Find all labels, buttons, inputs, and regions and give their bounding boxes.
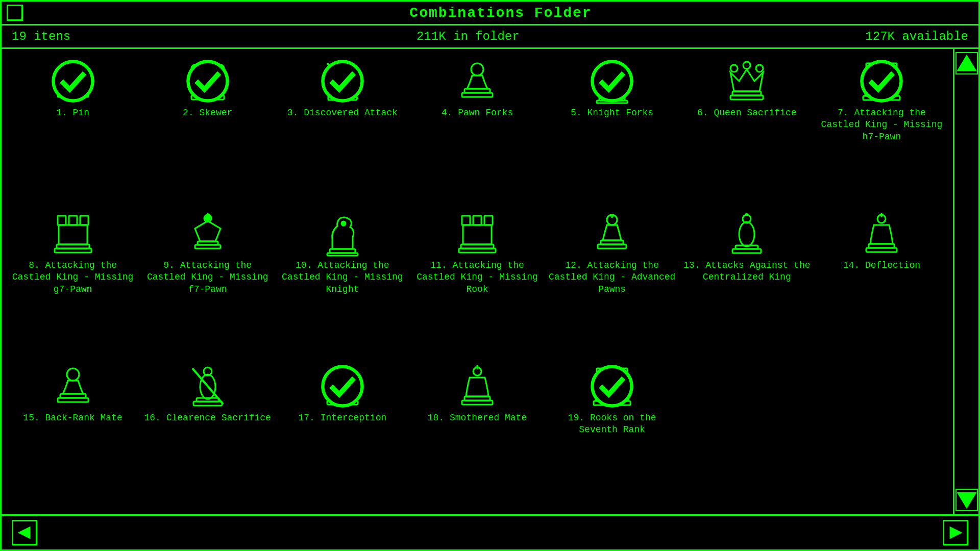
item-3[interactable]: 3. Discovered Attack [276,54,408,204]
bottom-bar [2,514,978,549]
item-5[interactable]: 5. Knight Forks [546,54,678,204]
folder-size: 211K in folder [416,30,520,43]
item-icon-5 [589,58,635,104]
item-icon-17 [320,363,365,409]
item-11[interactable]: 11. Attacking the Castled King - Missing… [411,207,543,357]
item-label-7: 7. Attacking the Castled King - Missing … [818,107,946,143]
title-bar: Combinations Folder [2,2,978,26]
item-label-13: 13. Attacks Against the Centralized King [683,260,811,284]
main-window: Combinations Folder 19 itens 211K in fol… [0,0,980,551]
item-1[interactable]: 1. Pin [7,54,139,204]
scroll-up-button[interactable] [955,52,978,74]
status-bar: 19 itens 211K in folder 127K available [2,26,978,49]
item-icon-19 [589,363,635,409]
svg-rect-43 [195,245,220,248]
svg-rect-53 [463,225,492,244]
forward-button[interactable] [943,520,968,545]
item-7[interactable]: 7. Attacking the Castled King - Missing … [816,54,948,204]
item-icon-13 [724,211,770,257]
svg-rect-78 [193,402,222,406]
item-12[interactable]: 12. Attacking the Castled King - Advance… [546,207,678,357]
svg-rect-52 [484,216,493,225]
item-9[interactable]: 9. Attacking the Castled King - Missing … [141,207,274,357]
item-label-19: 19. Rooks on the Seventh Rank [548,412,676,436]
svg-rect-27 [730,95,763,99]
svg-point-49 [341,221,346,226]
item-10[interactable]: 10. Attacking the Castled King - Missing… [276,207,408,357]
item-icon-14 [859,211,904,257]
svg-rect-38 [59,225,87,244]
svg-rect-55 [459,248,496,253]
item-icon-16 [185,363,231,409]
svg-rect-50 [462,216,470,225]
item-icon-8 [50,211,96,257]
svg-point-34 [862,61,901,101]
item-label-4: 4. Pawn Forks [442,107,513,119]
svg-point-44 [206,216,210,220]
svg-marker-100 [19,528,30,538]
item-label-18: 18. Smothered Mate [428,412,527,424]
item-icon-9 [185,211,231,257]
item-4[interactable]: 4. Pawn Forks [411,54,543,204]
svg-marker-98 [959,57,975,70]
svg-point-3 [53,61,92,101]
scroll-down-button[interactable] [955,489,978,511]
available-space: 127K available [865,30,968,43]
svg-point-16 [471,63,483,76]
svg-point-97 [593,366,632,406]
item-icon-1 [50,58,96,104]
svg-rect-48 [327,253,358,256]
item-16[interactable]: 16. Clearence Sacrifice [141,359,274,509]
item-icon-15 [50,363,96,409]
item-icon-12 [589,211,635,257]
svg-rect-69 [866,248,897,252]
item-19[interactable]: 19. Rooks on the Seventh Rank [546,359,678,509]
item-6[interactable]: 6. Queen Sacrifice [681,54,813,204]
item-label-10: 10. Attacking the Castled King - Missing… [278,260,406,295]
item-label-14: 14. Deflection [843,260,920,271]
item-icon-4 [454,58,500,104]
svg-rect-74 [58,398,88,402]
svg-rect-58 [598,244,626,248]
item-label-5: 5. Knight Forks [571,107,653,119]
item-2[interactable]: 2. Skewer [141,54,274,204]
svg-point-22 [593,61,632,101]
svg-point-25 [756,65,763,72]
svg-rect-64 [732,249,761,253]
item-13[interactable]: 13. Attacks Against the Centralized King [681,207,813,357]
svg-point-85 [323,366,362,406]
svg-rect-51 [473,216,481,225]
item-count: 19 itens [12,30,70,43]
scrollbar [953,49,978,514]
item-label-11: 11. Attacking the Castled King - Missing… [413,260,541,295]
window-icon[interactable] [7,5,23,21]
item-label-8: 8. Attacking the Castled King - Missing … [9,260,137,295]
item-18[interactable]: 18. Smothered Mate [411,359,543,509]
item-14[interactable]: 14. Deflection [816,207,948,357]
item-label-17: 17. Interception [298,412,386,424]
item-label-3: 3. Discovered Attack [287,107,398,119]
items-grid: 1. Pin 2. Skewer 3. Discovered Attack [7,54,948,509]
back-button[interactable] [12,520,37,545]
content-area: 1. Pin 2. Skewer 3. Discovered Attack [2,49,953,514]
item-17[interactable]: 17. Interception [276,359,408,509]
svg-marker-101 [950,528,961,538]
item-label-12: 12. Attacking the Castled King - Advance… [548,260,676,295]
main-area: 1. Pin 2. Skewer 3. Discovered Attack [2,49,978,514]
svg-point-72 [67,368,79,381]
item-label-9: 9. Attacking the Castled King - Missing … [143,260,272,295]
svg-point-15 [323,61,362,101]
window-title: Combinations Folder [28,5,973,21]
svg-rect-88 [462,400,493,405]
svg-rect-40 [55,248,91,253]
item-icon-7 [859,58,904,104]
item-icon-11 [454,211,500,257]
item-8[interactable]: 8. Attacking the Castled King - Missing … [7,207,139,357]
item-15[interactable]: 15. Back-Rank Mate [7,359,139,509]
svg-point-24 [743,62,750,69]
item-icon-6 [724,58,770,104]
item-label-1: 1. Pin [56,107,89,119]
item-icon-2 [185,58,231,104]
item-label-2: 2. Skewer [183,107,232,119]
svg-rect-37 [80,216,88,225]
